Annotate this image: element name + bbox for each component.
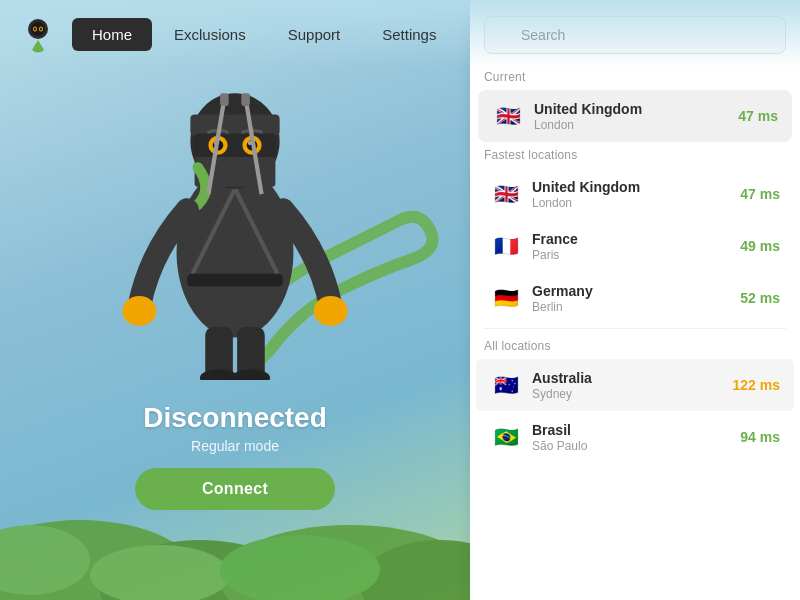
connection-mode: Regular mode [105, 438, 365, 454]
connect-button[interactable]: Connect [135, 468, 335, 510]
svg-point-5 [34, 28, 36, 31]
country-2: Germany [532, 283, 740, 299]
header: Home Exclusions Support Settings [0, 0, 800, 68]
ninja-illustration [95, 40, 375, 380]
current-location-item[interactable]: 🇬🇧 United Kingdom London 47 ms [478, 90, 792, 142]
svg-point-27 [122, 296, 156, 326]
nav-tab-support[interactable]: Support [268, 18, 361, 51]
fastest-location-item-1[interactable]: 🇫🇷 France Paris 49 ms [476, 220, 794, 272]
country-1: France [532, 231, 740, 247]
status-area: Disconnected Regular mode Connect [105, 402, 365, 510]
location-text-1: France Paris [532, 231, 740, 262]
fastest-location-item-2[interactable]: 🇩🇪 Germany Berlin 52 ms [476, 272, 794, 324]
svg-point-6 [40, 28, 42, 31]
location-text-2: Germany Berlin [532, 283, 740, 314]
hero-area: Disconnected Regular mode Connect [0, 0, 470, 600]
nav-tab-home[interactable]: Home [72, 18, 152, 51]
city-1: Paris [532, 248, 740, 262]
current-city: London [534, 118, 738, 132]
flag-br-1: 🇧🇷 [490, 421, 522, 453]
location-text-0: United Kingdom London [532, 179, 740, 210]
svg-point-28 [314, 296, 348, 326]
all-location-text-1: Brasil São Paulo [532, 422, 740, 453]
flag-de-2: 🇩🇪 [490, 282, 522, 314]
all-location-item-0[interactable]: 🇦🇺 Australia Sydney 122 ms [476, 359, 794, 411]
nav-tab-settings[interactable]: Settings [362, 18, 456, 51]
latency-2: 52 ms [740, 290, 780, 306]
nav-tab-exclusions[interactable]: Exclusions [154, 18, 266, 51]
flag-uk-0: 🇬🇧 [490, 178, 522, 210]
uk-flag-current: 🇬🇧 [492, 100, 524, 132]
all-country-1: Brasil [532, 422, 740, 438]
flag-fr-1: 🇫🇷 [490, 230, 522, 262]
all-location-item-1[interactable]: 🇧🇷 Brasil São Paulo 94 ms [476, 411, 794, 463]
svg-rect-19 [195, 134, 276, 157]
all-country-0: Australia [532, 370, 733, 386]
svg-rect-18 [190, 114, 279, 135]
fastest-section-label: Fastest locations [470, 142, 800, 168]
svg-rect-37 [241, 93, 250, 106]
connection-status: Disconnected [105, 402, 365, 434]
fastest-location-item-0[interactable]: 🇬🇧 United Kingdom London 47 ms [476, 168, 794, 220]
all-location-text-0: Australia Sydney [532, 370, 733, 401]
latency-1: 49 ms [740, 238, 780, 254]
nav-tabs: Home Exclusions Support Settings [72, 18, 456, 51]
current-location-text: United Kingdom London [534, 101, 738, 132]
city-2: Berlin [532, 300, 740, 314]
divider-1 [484, 328, 786, 329]
city-0: London [532, 196, 740, 210]
svg-rect-29 [187, 274, 283, 287]
latency-0: 47 ms [740, 186, 780, 202]
all-latency-0: 122 ms [733, 377, 780, 393]
right-panel: 🔍 Current 🇬🇧 United Kingdom London 47 ms… [470, 0, 800, 600]
all-city-0: Sydney [532, 387, 733, 401]
all-section-label: All locations [470, 333, 800, 359]
flag-au-0: 🇦🇺 [490, 369, 522, 401]
country-0: United Kingdom [532, 179, 740, 195]
svg-rect-36 [220, 93, 229, 106]
current-latency: 47 ms [738, 108, 778, 124]
all-city-1: São Paulo [532, 439, 740, 453]
all-latency-1: 94 ms [740, 429, 780, 445]
current-country: United Kingdom [534, 101, 738, 117]
app-logo [16, 12, 60, 56]
